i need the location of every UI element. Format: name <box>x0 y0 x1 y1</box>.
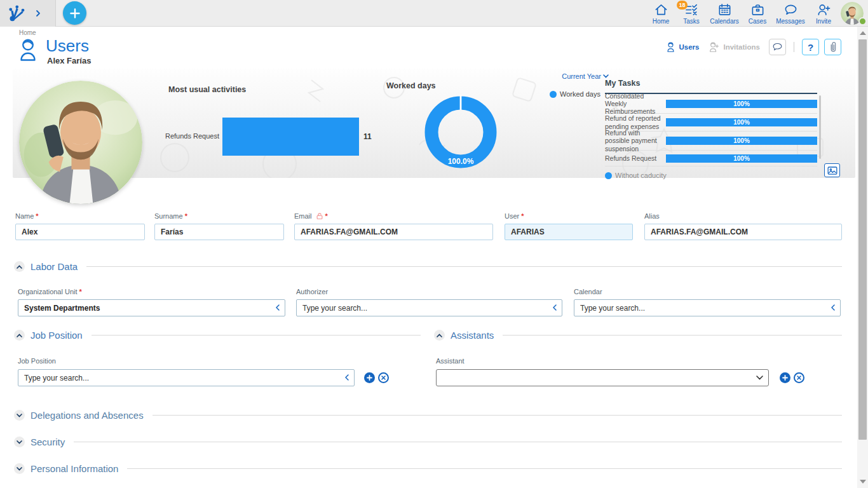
profile-photo-image <box>19 81 142 204</box>
section-job-position[interactable]: Job Position <box>14 330 421 341</box>
breadcrumb[interactable]: Home <box>19 29 36 36</box>
nav-messages[interactable]: Messages <box>773 0 808 27</box>
expand-icon[interactable] <box>14 463 25 474</box>
attachments-button[interactable] <box>824 39 841 55</box>
alias-field[interactable] <box>644 224 842 240</box>
collapse-icon[interactable] <box>434 330 445 341</box>
assistant-add-button[interactable] <box>780 372 790 383</box>
person-add-icon <box>817 3 831 17</box>
tab-invitations-label: Invitations <box>723 43 760 51</box>
section-divider <box>153 415 842 416</box>
calendar-label: Calendar <box>574 288 602 295</box>
surname-field[interactable] <box>154 224 284 240</box>
alias-label-text: Alias <box>644 212 660 220</box>
invitations-icon <box>708 41 720 53</box>
close-icon <box>381 376 386 380</box>
nav-invite[interactable]: Invite <box>808 0 839 27</box>
expand-menu-icon[interactable] <box>36 10 41 17</box>
nav-cases[interactable]: Cases <box>742 0 773 27</box>
section-assistants[interactable]: Assistants <box>434 330 842 341</box>
chevron-down-icon <box>17 414 22 417</box>
section-labor-data[interactable]: Labor Data <box>14 261 842 272</box>
authorizer-label-text: Authorizer <box>296 288 328 295</box>
task-row[interactable]: Refund with possible payment suspension … <box>605 132 817 151</box>
task-row[interactable]: Refunds Request 100% <box>605 151 817 166</box>
add-new-button[interactable] <box>63 1 86 25</box>
assistant-label: Assistant <box>436 357 465 365</box>
users-page-icon <box>17 37 39 62</box>
organizational-unit-input[interactable] <box>18 299 285 316</box>
nav-cases-label: Cases <box>749 18 766 25</box>
page-scrollbar[interactable] <box>857 27 868 488</box>
section-divider <box>127 468 842 469</box>
section-title: Assistants <box>451 330 494 341</box>
expand-icon[interactable] <box>14 437 25 447</box>
surname-label-text: Surname <box>154 212 183 220</box>
tab-invitations[interactable]: Invitations <box>708 41 760 53</box>
section-divider <box>74 442 842 442</box>
comments-button[interactable] <box>769 39 786 55</box>
help-button[interactable]: ? <box>802 39 819 55</box>
scroll-down-arrow-icon[interactable] <box>860 480 866 484</box>
app-logo[interactable] <box>0 0 56 27</box>
section-delegations[interactable]: Delegations and Absences <box>14 410 842 421</box>
scrollbar-thumb[interactable] <box>858 39 867 440</box>
nav-tasks[interactable]: 18 Tasks <box>676 0 707 27</box>
calendar-icon <box>717 3 732 17</box>
task-row[interactable]: Consolidated Weekly Reimbursements 100% <box>605 94 817 114</box>
required-marker: * <box>521 212 524 220</box>
period-selector-label: Current Year <box>562 72 601 80</box>
paperclip-icon <box>828 41 838 53</box>
page-subtitle: Alex Farías <box>47 56 91 65</box>
collapse-icon[interactable] <box>14 330 25 341</box>
section-personal-information[interactable]: Personal Information <box>14 463 842 474</box>
email-field[interactable] <box>294 224 493 240</box>
collapse-icon[interactable] <box>14 261 25 272</box>
briefcase-icon <box>750 3 765 17</box>
nav-home[interactable]: Home <box>646 0 676 27</box>
profile-photo[interactable] <box>19 81 142 204</box>
nav-calendars[interactable]: Calendars <box>707 0 742 27</box>
job-position-add-button[interactable] <box>364 372 375 383</box>
calendar-input[interactable] <box>574 299 841 316</box>
user-label-text: User <box>505 212 519 220</box>
job-position-clear-button[interactable] <box>378 372 389 383</box>
section-title: Labor Data <box>31 261 78 272</box>
legend-dot-icon <box>550 91 557 98</box>
section-security[interactable]: Security <box>14 437 842 447</box>
name-label-text: Name <box>15 212 34 220</box>
name-field[interactable] <box>15 224 145 240</box>
expand-icon[interactable] <box>14 410 25 421</box>
image-icon <box>827 166 837 175</box>
email-label: Email * <box>294 212 328 220</box>
nav-calendars-label: Calendars <box>710 18 739 25</box>
header-actions: Users Invitations ? <box>665 38 841 56</box>
chevron-up-icon <box>17 334 22 337</box>
assistant-select[interactable] <box>436 369 769 386</box>
job-position-input[interactable] <box>18 369 355 386</box>
section-divider <box>503 335 842 336</box>
user-icon <box>665 41 676 53</box>
tab-users[interactable]: Users <box>665 41 700 53</box>
tasks-scrollbar[interactable] <box>819 95 821 159</box>
user-field[interactable] <box>505 224 633 240</box>
dashboard-banner: Most usual activities Refunds Request 11… <box>13 69 855 178</box>
required-marker: * <box>325 212 328 220</box>
scroll-up-arrow-icon[interactable] <box>860 31 866 35</box>
section-title: Security <box>31 437 65 447</box>
assistant-clear-button[interactable] <box>794 372 804 383</box>
required-marker: * <box>36 212 38 220</box>
period-selector[interactable]: Current Year <box>534 72 609 80</box>
email-label-text: Email <box>294 212 312 220</box>
online-status-indicator <box>858 17 867 25</box>
plus-icon <box>367 375 372 381</box>
task-label: Refund with possible payment suspension <box>605 129 663 152</box>
authorizer-input[interactable] <box>296 299 562 316</box>
divider <box>794 42 794 52</box>
page-title: Users <box>46 36 89 56</box>
change-image-button[interactable] <box>824 163 840 177</box>
top-navigation: Home 18 Tasks Calendars <box>646 0 839 27</box>
organizational-unit-label: Organizational Unit* <box>18 288 82 295</box>
job-position-label-text: Job Position <box>18 357 56 365</box>
activities-chart-title: Most usual activities <box>168 85 246 94</box>
